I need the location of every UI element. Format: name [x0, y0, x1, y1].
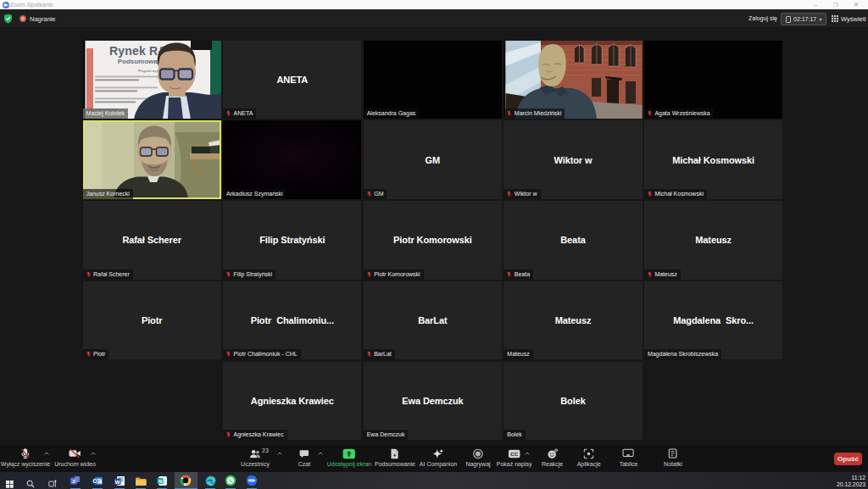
svg-text:Program wyd: Program wyd: [138, 69, 159, 73]
svg-text:O: O: [92, 478, 97, 484]
svg-text:W: W: [115, 479, 120, 484]
svg-text:N: N: [158, 479, 161, 484]
svg-text:emeet: emeet: [249, 480, 254, 481]
svg-text:CC: CC: [510, 451, 518, 457]
